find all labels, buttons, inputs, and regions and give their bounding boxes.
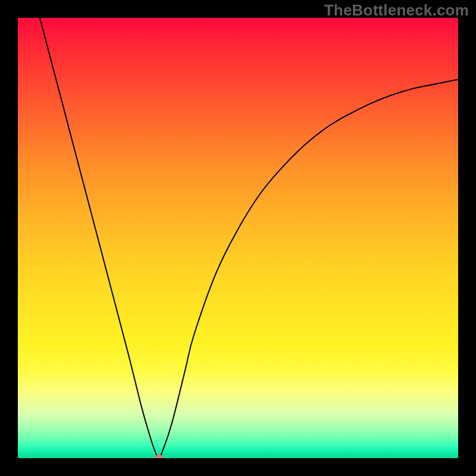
- optimum-marker: [154, 455, 164, 458]
- bottleneck-curve: [18, 18, 458, 458]
- watermark-text: TheBottleneck.com: [324, 1, 469, 20]
- plot-area: [18, 18, 458, 458]
- chart-frame: TheBottleneck.com: [0, 0, 476, 476]
